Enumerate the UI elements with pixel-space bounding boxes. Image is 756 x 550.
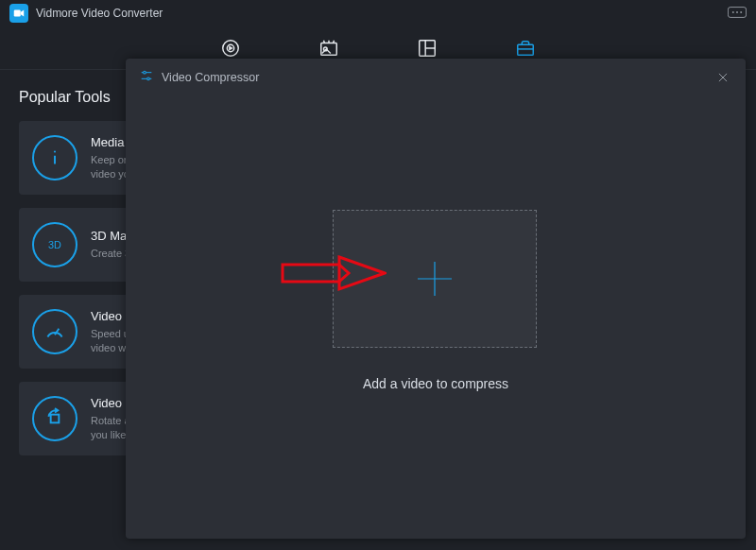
- svg-rect-0: [14, 10, 21, 17]
- drop-caption: Add a video to compress: [126, 376, 746, 391]
- info-icon: [32, 135, 77, 180]
- rotate-icon: [32, 396, 77, 441]
- speed-icon: [32, 309, 77, 354]
- modal-title: Video Compressor: [162, 71, 259, 84]
- svg-point-30: [144, 71, 146, 74]
- video-compressor-modal: Video Compressor Add a video to compress: [126, 59, 746, 539]
- menu-icon[interactable]: [728, 5, 747, 22]
- svg-text:3D: 3D: [48, 239, 61, 250]
- svg-point-2: [732, 11, 734, 13]
- svg-point-31: [147, 77, 150, 80]
- svg-rect-25: [51, 415, 60, 423]
- plus-icon: [414, 258, 455, 300]
- close-button[interactable]: [713, 68, 732, 87]
- app-title: Vidmore Video Converter: [36, 7, 163, 20]
- three-d-icon: 3D: [32, 222, 77, 267]
- add-video-dropzone[interactable]: [333, 210, 537, 348]
- svg-point-3: [736, 11, 738, 13]
- svg-rect-36: [283, 265, 339, 282]
- svg-point-4: [740, 11, 742, 13]
- svg-point-15: [54, 150, 56, 152]
- svg-rect-12: [518, 44, 534, 55]
- app-icon: [9, 4, 28, 23]
- sliders-icon: [139, 68, 154, 87]
- titlebar: Vidmore Video Converter: [0, 0, 756, 26]
